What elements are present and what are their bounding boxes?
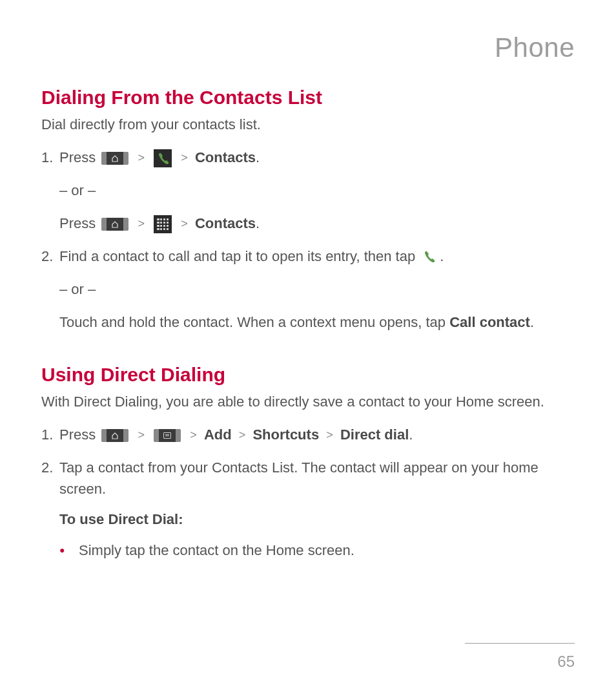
press-text: Press — [59, 149, 96, 165]
call-icon — [421, 249, 438, 266]
alt-step: Press > > Contacts. — [59, 213, 575, 234]
contacts-label: Contacts — [195, 215, 256, 231]
separator-icon: > — [138, 151, 145, 164]
footer-rule — [465, 643, 575, 644]
or-block: – or – — [59, 279, 575, 300]
separator-icon: > — [138, 217, 145, 230]
page-footer: 65 — [465, 643, 575, 671]
call-contact-label: Call contact — [449, 314, 530, 330]
section-heading-dialing: Dialing From the Contacts List — [41, 87, 575, 109]
home-button-icon — [101, 218, 128, 231]
step-list-2: Press > > Add > Shortcuts > Direct dial.… — [41, 424, 575, 499]
step-list-1: Press > > Contacts. – or – Press > — [41, 147, 575, 333]
step-1b: Press > > Add > Shortcuts > Direct dial. — [41, 424, 575, 445]
period: . — [440, 248, 444, 264]
separator-icon: > — [190, 428, 197, 441]
shortcuts-label: Shortcuts — [252, 426, 319, 443]
or-text: – or – — [59, 182, 96, 198]
step2-text: Find a contact to call and tap it to ope… — [59, 248, 415, 264]
period: . — [530, 314, 534, 330]
direct-dial-label: Direct dial — [340, 426, 409, 443]
or-block: – or – — [59, 180, 575, 201]
separator-icon: > — [181, 151, 188, 164]
intro-text: Dial directly from your contacts list. — [41, 115, 575, 135]
add-label: Add — [204, 426, 232, 443]
contacts-label: Contacts — [195, 149, 256, 165]
page-number: 65 — [465, 653, 575, 671]
alt-step-2: Touch and hold the contact. When a conte… — [59, 311, 575, 333]
bullet-item: Simply tap the contact on the Home scree… — [59, 540, 575, 561]
step-2: Find a contact to call and tap it to ope… — [41, 246, 575, 333]
home-button-icon — [101, 429, 128, 442]
page-header: Phone — [41, 32, 575, 63]
press-text: Press — [59, 215, 96, 231]
intro-text-2: With Direct Dialing, you are able to dir… — [41, 392, 575, 412]
separator-icon: > — [181, 217, 188, 230]
period: . — [409, 426, 413, 443]
separator-icon: > — [239, 428, 246, 441]
step2-alt-text: Touch and hold the contact. When a conte… — [59, 314, 449, 330]
section-heading-direct-dialing: Using Direct Dialing — [41, 364, 575, 386]
home-button-icon — [101, 152, 128, 165]
step-1: Press > > Contacts. – or – Press > — [41, 147, 575, 234]
phone-tile-icon — [154, 149, 172, 167]
press-text: Press — [59, 426, 96, 443]
sub-heading-use-direct: To use Direct Dial: — [41, 511, 575, 528]
step-2b: Tap a contact from your Contacts List. T… — [41, 457, 575, 499]
separator-icon: > — [138, 428, 145, 441]
menu-button-icon — [154, 429, 181, 442]
separator-icon: > — [326, 428, 333, 441]
or-text: – or – — [59, 281, 96, 297]
bullet-list: Simply tap the contact on the Home scree… — [41, 540, 575, 561]
apps-grid-icon — [154, 215, 172, 233]
